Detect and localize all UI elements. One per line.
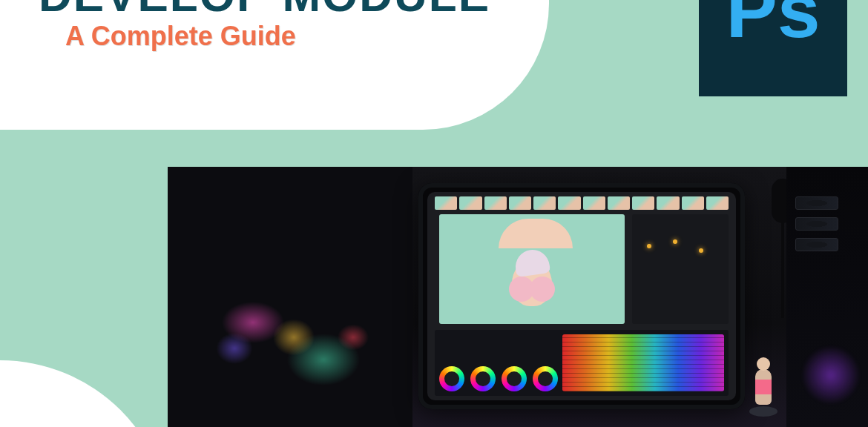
header-card: DEVELOP MODULE A Complete Guide — [0, 0, 549, 130]
center-monitor — [418, 183, 745, 409]
color-panel — [435, 330, 729, 396]
thumbnail — [533, 196, 556, 210]
spectrum-scope — [562, 334, 724, 391]
fan-icon — [795, 238, 838, 251]
desk-figurine — [746, 345, 779, 420]
thumbnail-strip — [435, 196, 729, 210]
thumbnail — [657, 196, 679, 210]
page-title: DEVELOP MODULE — [39, 0, 490, 21]
person-illustration — [499, 223, 565, 324]
color-wheel-icon — [470, 366, 496, 391]
color-wheel-icon — [439, 366, 464, 391]
page-subtitle: A Complete Guide — [65, 21, 296, 52]
pc-tower — [786, 167, 868, 427]
fan-icon — [795, 217, 838, 231]
fan-icon — [795, 196, 838, 210]
thumbnail — [632, 196, 654, 210]
color-wheels — [439, 334, 558, 391]
photoshop-badge: Ps — [699, 0, 847, 96]
editor-screen — [427, 192, 736, 400]
bottom-curve — [0, 360, 171, 427]
thumbnail — [682, 196, 704, 210]
left-monitor — [168, 167, 412, 427]
thumbnail — [706, 196, 729, 210]
node-graph — [632, 214, 729, 324]
thumbnail — [435, 196, 457, 210]
thumbnail — [509, 196, 531, 210]
thumbnail — [608, 196, 630, 210]
photoshop-icon: Ps — [726, 0, 820, 49]
thumbnail — [484, 196, 507, 210]
thumbnail — [558, 196, 580, 210]
color-wheel-icon — [533, 366, 558, 391]
color-wheel-icon — [502, 366, 527, 391]
rgb-glow — [801, 345, 861, 405]
video-preview — [439, 214, 625, 324]
thumbnail — [459, 196, 481, 210]
pc-fans — [795, 196, 855, 259]
hero-image — [168, 167, 868, 427]
thumbnail — [583, 196, 605, 210]
